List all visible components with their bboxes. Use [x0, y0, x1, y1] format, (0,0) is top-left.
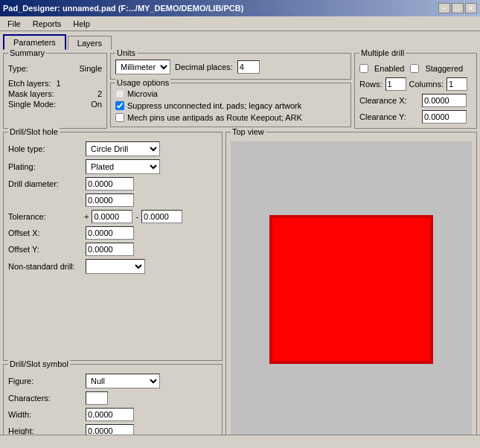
- maximize-button[interactable]: □: [452, 3, 464, 13]
- sym-width-row: Width:: [8, 408, 217, 421]
- hole-type-label: Hole type:: [8, 144, 83, 153]
- microvia-label: Microvia: [127, 89, 158, 98]
- tab-layers[interactable]: Layers: [68, 36, 112, 50]
- nonstandard-select[interactable]: [86, 259, 145, 274]
- offset-y-input[interactable]: [86, 243, 134, 256]
- suppress-checkbox[interactable]: [115, 101, 124, 110]
- rows-input[interactable]: [385, 77, 406, 91]
- etch-label: Etch layers:: [8, 79, 51, 88]
- top-view-canvas: [231, 141, 472, 438]
- drill-symbol-label: Drill/Slot symbol: [8, 359, 70, 368]
- clearance-x-input[interactable]: [422, 94, 467, 107]
- tolerance-input2[interactable]: [141, 210, 182, 223]
- enabled-row: Enabled Staggered: [359, 64, 472, 73]
- drill-diameter-row2: [8, 193, 217, 207]
- staggered-checkbox[interactable]: [410, 64, 419, 73]
- characters-row: Characters:: [8, 391, 217, 405]
- menu-bar: File Reports Help: [0, 16, 480, 31]
- mech-row: Mech pins use antipads as Route Keepout;…: [115, 113, 346, 122]
- bottom-row: Drill/Slot hole Hole type: Circle Drill …: [3, 132, 477, 443]
- mask-label: Mask layers:: [8, 89, 54, 98]
- usage-label: Usage options: [115, 78, 170, 87]
- drill-diameter-input2[interactable]: [86, 193, 134, 207]
- tab-bar: Parameters Layers: [0, 31, 480, 50]
- window-title: Pad_Designer: unnamed.pad (F:.../MY_DEMO…: [3, 4, 243, 13]
- figure-row: Figure: Null: [8, 374, 217, 388]
- top-view-group: Top view: [225, 132, 477, 443]
- decimal-label: Decimal places:: [175, 63, 233, 71]
- summary-group: Summary Type: Single Etch layers: 1 Mask…: [3, 53, 107, 129]
- offset-x-input[interactable]: [86, 226, 134, 240]
- decimal-input[interactable]: [237, 60, 260, 74]
- mode-row: Single Mode: On: [8, 100, 102, 109]
- pad-inner: [290, 234, 413, 345]
- staggered-label: Staggered: [425, 64, 463, 73]
- hole-type-select[interactable]: Circle Drill: [86, 141, 160, 156]
- clearance-y-input[interactable]: [422, 110, 467, 124]
- units-group: Units Millimeter Decimal places:: [110, 53, 351, 80]
- hole-type-row: Hole type: Circle Drill: [8, 141, 217, 156]
- etch-value: 1: [57, 79, 61, 88]
- mech-label: Mech pins use antipads as Route Keepout;…: [127, 113, 302, 122]
- type-label: Type:: [8, 64, 28, 73]
- center-top: Units Millimeter Decimal places: Usage o…: [110, 53, 351, 129]
- drill-diameter-input[interactable]: [86, 177, 134, 191]
- sym-width-input[interactable]: [86, 408, 134, 421]
- clearance-y-label: Clearance Y:: [359, 112, 419, 121]
- mode-label: Single Mode:: [8, 100, 56, 109]
- title-bar: Pad_Designer: unnamed.pad (F:.../MY_DEMO…: [0, 0, 480, 16]
- columns-label: Columns:: [409, 80, 444, 89]
- nonstandard-row: Non-standard drill:: [8, 259, 217, 274]
- plating-label: Plating:: [8, 162, 83, 171]
- mask-row: Mask layers: 2: [8, 89, 102, 98]
- tolerance-input1[interactable]: [92, 210, 132, 223]
- pad-outline: [269, 215, 433, 364]
- clearance-y-row: Clearance Y:: [359, 110, 472, 124]
- menu-help[interactable]: Help: [68, 18, 95, 30]
- mode-value: On: [91, 100, 102, 109]
- offset-y-row: Offset Y:: [8, 243, 217, 256]
- plating-row: Plating: Plated: [8, 159, 217, 174]
- tolerance-minus: -: [135, 212, 138, 221]
- usage-group: Usage options Microvia Suppress unconnec…: [110, 83, 351, 127]
- tab-parameters[interactable]: Parameters: [3, 34, 66, 50]
- suppress-label: Suppress unconnected int. pads; legacy a…: [127, 101, 301, 110]
- plating-select[interactable]: Plated: [86, 159, 160, 174]
- drill-slot-label: Drill/Slot hole: [8, 127, 60, 136]
- unit-select[interactable]: Millimeter: [115, 60, 170, 74]
- units-label: Units: [115, 50, 137, 57]
- columns-input[interactable]: [447, 77, 467, 91]
- type-row: Type: Single: [8, 64, 102, 73]
- drill-slot-group: Drill/Slot hole Hole type: Circle Drill …: [3, 132, 223, 361]
- microvia-checkbox[interactable]: [115, 89, 124, 98]
- multiple-drill-label: Multiple drill: [359, 50, 406, 57]
- close-button[interactable]: ×: [465, 3, 477, 13]
- tolerance-plus: +: [84, 212, 89, 221]
- menu-reports[interactable]: Reports: [28, 18, 66, 30]
- status-bar: [0, 435, 480, 448]
- characters-input[interactable]: [86, 391, 108, 405]
- figure-label: Figure:: [8, 377, 83, 385]
- nonstandard-label: Non-standard drill:: [8, 262, 83, 271]
- drill-symbol-group: Drill/Slot symbol Figure: Null Character…: [3, 364, 223, 443]
- top-row: Summary Type: Single Etch layers: 1 Mask…: [3, 53, 477, 129]
- mech-checkbox[interactable]: [115, 113, 124, 122]
- left-panels: Drill/Slot hole Hole type: Circle Drill …: [3, 132, 223, 443]
- offset-x-label: Offset X:: [8, 228, 83, 237]
- rows-label: Rows:: [359, 80, 383, 89]
- enabled-checkbox[interactable]: [359, 64, 368, 73]
- microvia-row: Microvia: [115, 89, 346, 98]
- suppress-row: Suppress unconnected int. pads; legacy a…: [115, 101, 346, 110]
- units-row: Millimeter Decimal places:: [115, 60, 346, 74]
- drill-diameter-label: Drill diameter:: [8, 179, 83, 188]
- top-view-label: Top view: [231, 127, 266, 136]
- tolerance-label: Tolerance:: [8, 212, 83, 221]
- characters-label: Characters:: [8, 394, 83, 403]
- offset-y-label: Offset Y:: [8, 245, 83, 254]
- minimize-button[interactable]: −: [438, 3, 450, 13]
- main-content: Summary Type: Single Etch layers: 1 Mask…: [0, 50, 480, 446]
- clearance-x-row: Clearance X:: [359, 94, 472, 107]
- menu-file[interactable]: File: [3, 18, 25, 30]
- sym-width-label: Width:: [8, 410, 83, 419]
- figure-select[interactable]: Null: [86, 374, 160, 388]
